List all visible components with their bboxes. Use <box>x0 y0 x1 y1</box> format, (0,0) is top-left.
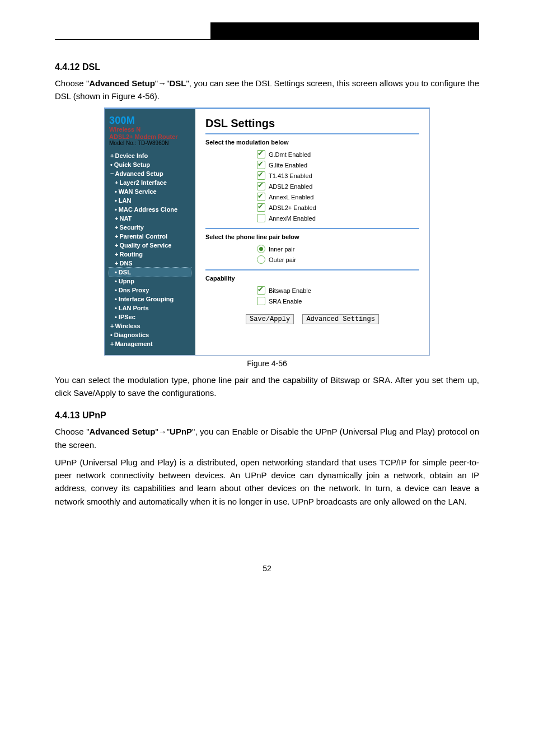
nav-label: IPSec <box>119 314 135 320</box>
mod-annexm-row[interactable]: AnnexM Enabled <box>205 213 419 223</box>
nav-label: NAT <box>119 215 132 222</box>
field-label: AnnexM Enabled <box>269 215 316 222</box>
advanced-settings-button[interactable]: Advanced Settings <box>302 314 378 324</box>
nav-label: Upnp <box>119 278 134 284</box>
checkbox-icon[interactable] <box>257 182 265 190</box>
section-modulation-label: Select the modulation below <box>205 139 419 146</box>
nav-parental[interactable]: +Parental Control <box>109 232 191 241</box>
product-line1: Wireless N <box>109 126 191 133</box>
radio-icon[interactable] <box>257 245 265 253</box>
text: Choose " <box>55 78 89 88</box>
product-block: 300M Wireless N ADSL2+ Modem Router Mode… <box>109 115 191 147</box>
text: Choose " <box>55 427 90 436</box>
cap-sra-row[interactable]: SRA Enable <box>205 296 419 306</box>
section-pair-label: Select the phone line pair below <box>205 234 419 240</box>
mod-t1413-row[interactable]: T1.413 Enabled <box>205 170 419 181</box>
button-row: Save/Apply Advanced Settings <box>205 314 419 324</box>
nav-wireless[interactable]: +Wireless <box>109 321 191 330</box>
save-apply-button[interactable]: Save/Apply <box>246 314 294 324</box>
field-label: ADSL2 Enabled <box>269 183 312 190</box>
pair-inner-row[interactable]: Inner pair <box>205 244 419 254</box>
nav-label: DSL <box>119 269 131 276</box>
breadcrumb-dsl: DSL <box>170 78 186 88</box>
nav-label: DNS <box>119 260 132 267</box>
upnp-body-paragraph: UPnP (Universal Plug and Play) is a dist… <box>55 456 479 508</box>
radio-icon[interactable] <box>257 255 265 264</box>
page-title: DSL Settings <box>205 117 419 130</box>
header-black-bar <box>210 22 479 39</box>
field-label: T1.413 Enabled <box>269 172 312 179</box>
checkbox-icon[interactable] <box>257 286 265 295</box>
nav-lan[interactable]: •LAN <box>109 196 191 205</box>
router-sidebar: 300M Wireless N ADSL2+ Modem Router Mode… <box>105 109 195 355</box>
page-number: 52 <box>55 564 479 573</box>
nav-label: WAN Service <box>119 188 157 195</box>
nav-quick-setup[interactable]: •Quick Setup <box>109 160 191 169</box>
nav-device-info[interactable]: +Device Info <box>109 151 191 160</box>
nav-diagnostics[interactable]: •Diagnostics <box>109 330 191 339</box>
nav-advanced-setup[interactable]: −Advanced Setup <box>109 169 191 178</box>
upnp-intro-paragraph: Choose "Advanced Setup"→"UPnP", you can … <box>55 425 479 451</box>
mod-gdmt-row[interactable]: G.Dmt Enabled <box>205 149 419 160</box>
nav-lan-ports[interactable]: •LAN Ports <box>109 304 191 312</box>
mod-adsl2p-row[interactable]: ADSL2+ Enabled <box>205 202 419 213</box>
checkbox-icon[interactable] <box>257 203 265 212</box>
nav-label: Advanced Setup <box>115 170 163 177</box>
nav-label: Quality of Service <box>119 242 171 249</box>
divider <box>205 269 419 270</box>
field-label: G.lite Enabled <box>269 162 307 169</box>
nav-mac[interactable]: •MAC Address Clone <box>109 205 191 214</box>
nav-management[interactable]: +Management <box>109 339 191 348</box>
checkbox-icon[interactable] <box>257 193 265 201</box>
nav-label: Management <box>115 340 152 347</box>
nav-security[interactable]: +Security <box>109 223 191 232</box>
mod-annexl-row[interactable]: AnnexL Enabled <box>205 192 419 202</box>
mod-glite-row[interactable]: G.lite Enabled <box>205 160 419 170</box>
nav-layer2[interactable]: +Layer2 Interface <box>109 178 191 187</box>
checkbox-icon[interactable] <box>257 214 265 222</box>
breadcrumb-advanced-setup: Advanced Setup <box>89 78 155 88</box>
checkbox-icon[interactable] <box>257 161 265 169</box>
nav-if-group[interactable]: •Interface Grouping <box>109 295 191 304</box>
section-capability-label: Capability <box>205 275 419 282</box>
nav-label: Wireless <box>115 323 140 329</box>
breadcrumb-advanced-setup: Advanced Setup <box>90 427 156 436</box>
divider <box>205 228 419 229</box>
nav-label: Dns Proxy <box>119 287 149 293</box>
section-heading-upnp: 4.4.13 UPnP <box>55 410 479 421</box>
field-label: Outer pair <box>269 256 296 263</box>
field-label: G.Dmt Enabled <box>269 151 311 158</box>
field-label: AnnexL Enabled <box>269 194 313 200</box>
product-300m: 300M <box>109 115 191 127</box>
checkbox-icon[interactable] <box>257 150 265 158</box>
mod-adsl2-row[interactable]: ADSL2 Enabled <box>205 181 419 192</box>
dsl-post-paragraph: You can select the modulation type, phon… <box>55 374 479 400</box>
nav-label: MAC Address Clone <box>119 206 177 213</box>
field-label: Inner pair <box>269 246 294 253</box>
arrow-icon: → <box>158 427 167 436</box>
nav-label: Parental Control <box>119 233 167 240</box>
cap-bitswap-row[interactable]: Bitswap Enable <box>205 285 419 296</box>
nav-ipsec[interactable]: •IPSec <box>109 312 191 321</box>
dsl-intro-paragraph: Choose "Advanced Setup"→"DSL", you can s… <box>55 77 479 103</box>
figure-caption: Figure 4-56 <box>55 359 479 368</box>
nav-qos[interactable]: +Quality of Service <box>109 241 191 250</box>
product-model: Model No.: TD-W8960N <box>109 140 191 147</box>
nav-routing[interactable]: +Routing <box>109 250 191 259</box>
header-rule <box>55 39 479 40</box>
product-line2: ADSL2+ Modem Router <box>109 133 191 141</box>
nav-wan[interactable]: •WAN Service <box>109 187 191 196</box>
nav-nat[interactable]: +NAT <box>109 214 191 223</box>
router-main: DSL Settings Select the modulation below… <box>195 109 429 355</box>
checkbox-icon[interactable] <box>257 297 265 305</box>
nav-dns-proxy[interactable]: •Dns Proxy <box>109 286 191 295</box>
pair-outer-row[interactable]: Outer pair <box>205 254 419 265</box>
nav-dns[interactable]: +DNS <box>109 259 191 268</box>
breadcrumb-upnp: UPnP <box>170 427 192 436</box>
nav-upnp[interactable]: •Upnp <box>109 277 191 286</box>
router-screenshot: 300M Wireless N ADSL2+ Modem Router Mode… <box>104 108 430 356</box>
nav-label: Interface Grouping <box>119 296 174 302</box>
nav-dsl[interactable]: •DSL <box>109 268 191 277</box>
checkbox-icon[interactable] <box>257 171 265 180</box>
nav-label: Diagnostics <box>114 332 149 338</box>
